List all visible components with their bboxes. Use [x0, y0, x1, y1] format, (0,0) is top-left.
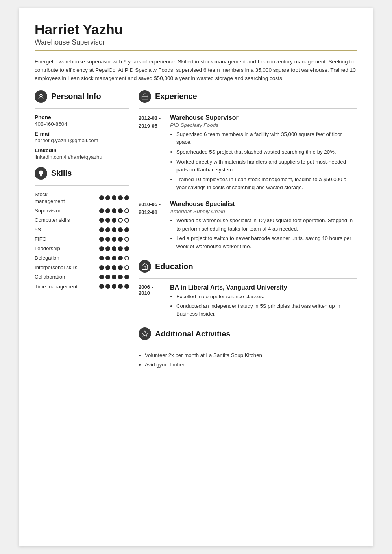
activities-icon — [139, 327, 151, 340]
skills-divider — [35, 185, 129, 186]
skill-dot — [112, 227, 116, 232]
resume-page: Harriet Yazhu Warehouse Supervisor Energ… — [19, 8, 373, 546]
edu-bullet: Excelled in computer science classes. — [176, 293, 357, 301]
skill-dot — [105, 208, 110, 213]
skill-row: Stock management — [35, 191, 129, 204]
summary-text: Energetic warehouse supervisor with 9 ye… — [35, 58, 357, 82]
education-entry: 2006 -2010BA in Liberal Arts, Vanguard U… — [139, 284, 357, 320]
skill-name: Collaboration — [35, 273, 78, 280]
edu-degree: BA in Liberal Arts, Vanguard University — [170, 284, 357, 291]
personal-info-section: Personal Info Phone 408-460-8604 E-mail … — [35, 90, 129, 160]
svg-point-1 — [40, 94, 42, 97]
skills-title: Skills — [51, 169, 72, 178]
personal-info-icon — [35, 90, 47, 103]
skill-dot — [124, 208, 129, 213]
exp-date: 2012-03 -2019-05 — [139, 114, 170, 193]
right-column: Experience 2012-03 -2019-05Warehouse Sup… — [139, 90, 357, 377]
skill-dot — [99, 256, 104, 260]
svg-rect-4 — [142, 95, 148, 99]
skill-dot — [105, 195, 110, 200]
left-column: Personal Info Phone 408-460-8604 E-mail … — [35, 90, 129, 377]
candidate-name: Harriet Yazhu — [35, 22, 357, 37]
exp-bullet: Led a project to switch to newer barcode… — [176, 234, 357, 251]
exp-bullet: Spearheaded 5S project that slashed wast… — [176, 148, 357, 156]
activities-list: Volunteer 2x per month at La Santita Sou… — [139, 351, 357, 369]
skill-dot — [112, 284, 116, 289]
skill-dots — [99, 275, 129, 279]
skill-dots — [99, 218, 129, 223]
skill-name: FIFO — [35, 236, 78, 242]
skill-dots — [99, 237, 129, 242]
personal-info-header: Personal Info — [35, 90, 129, 103]
skill-dot — [124, 195, 129, 200]
experience-divider — [139, 108, 357, 109]
activities-title: Additional Activities — [155, 329, 231, 338]
skill-name: Stock management — [35, 191, 78, 204]
svg-rect-2 — [40, 175, 42, 176]
skill-dot — [99, 284, 104, 289]
skill-dot — [105, 227, 110, 232]
skills-section: Skills Stock managementSupervisionComput… — [35, 167, 129, 290]
two-col-layout: Personal Info Phone 408-460-8604 E-mail … — [35, 90, 357, 377]
skill-dot — [118, 227, 123, 232]
skill-dot — [124, 237, 129, 242]
skill-dot — [118, 265, 123, 270]
experience-entry: 2012-03 -2019-05Warehouse SupervisorPID … — [139, 114, 357, 193]
skill-name: 5S — [35, 226, 78, 233]
activities-header: Additional Activities — [139, 327, 357, 340]
skill-dot — [112, 195, 116, 200]
skill-dot — [99, 237, 104, 242]
skill-row: Delegation — [35, 255, 129, 261]
edu-bullet: Conducted an independent study in 5S pri… — [176, 302, 357, 318]
skill-dot — [124, 227, 129, 232]
edu-content: BA in Liberal Arts, Vanguard UniversityE… — [170, 284, 357, 320]
activity-bullet: Volunteer 2x per month at La Santita Sou… — [145, 351, 357, 360]
skill-dots — [99, 256, 129, 260]
skill-dot — [118, 195, 123, 200]
exp-job-title: Warehouse Specialist — [170, 201, 357, 208]
skills-header: Skills — [35, 167, 129, 180]
candidate-title: Warehouse Supervisor — [35, 38, 357, 46]
edu-date: 2006 -2010 — [139, 284, 170, 320]
skill-dots — [99, 284, 129, 289]
exp-bullet: Worked directly with materials handlers … — [176, 158, 357, 174]
education-list: 2006 -2010BA in Liberal Arts, Vanguard U… — [139, 284, 357, 320]
personal-info-title: Personal Info — [51, 92, 101, 101]
activity-bullet: Avid gym climber. — [145, 361, 357, 369]
skill-dot — [124, 256, 129, 260]
skill-dot — [112, 265, 116, 270]
skill-dot — [124, 218, 129, 223]
svg-rect-3 — [41, 176, 42, 177]
experience-icon — [139, 90, 151, 103]
skill-dot — [118, 284, 123, 289]
experience-header: Experience — [139, 90, 357, 103]
skill-dots — [99, 246, 129, 251]
exp-bullets: Supervised 6 team members in a facility … — [170, 130, 357, 192]
skill-dot — [124, 265, 129, 270]
education-icon — [139, 260, 151, 273]
exp-bullet: Supervised 6 team members in a facility … — [176, 130, 357, 147]
skill-dot — [124, 284, 129, 289]
skill-dot — [112, 275, 116, 279]
education-divider — [139, 278, 357, 279]
activities-divider — [139, 346, 357, 346]
linkedin-value: linkedin.com/in/harrietqyazhu — [35, 154, 129, 160]
skill-name: Interpersonal skills — [35, 264, 78, 271]
skill-dot — [99, 265, 104, 270]
svg-marker-6 — [142, 331, 148, 336]
exp-company: PID Specialty Foods — [170, 122, 357, 128]
skill-dot — [118, 208, 123, 213]
exp-bullet: Trained 10 employees in Lean stock manag… — [176, 176, 357, 192]
skill-name: Computer skills — [35, 217, 78, 223]
skills-list: Stock managementSupervisionComputer skil… — [35, 191, 129, 290]
skill-dots — [99, 265, 129, 270]
exp-job-title: Warehouse Supervisor — [170, 114, 357, 121]
skill-dot — [105, 246, 110, 251]
skill-dot — [118, 256, 123, 260]
education-section: Education 2006 -2010BA in Liberal Arts, … — [139, 260, 357, 320]
skill-dots — [99, 227, 129, 232]
skill-dot — [105, 218, 110, 223]
skill-dot — [99, 218, 104, 223]
skill-dot — [112, 208, 116, 213]
phone-value: 408-460-8604 — [35, 121, 129, 127]
